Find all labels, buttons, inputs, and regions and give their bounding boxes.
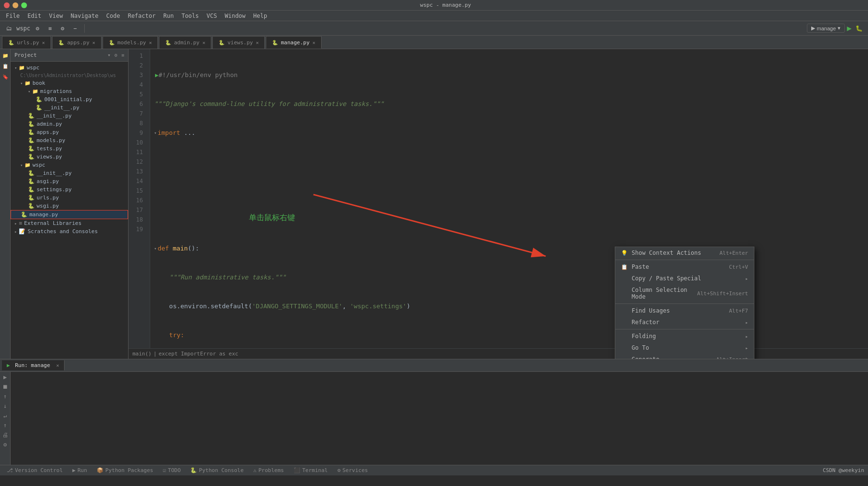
tab-urls-py[interactable]: 🐍 urls.py ✕	[2, 36, 51, 49]
sort-icon[interactable]: ≡	[121, 53, 124, 58]
tab-manage-py[interactable]: 🐍 manage.py ✕	[266, 36, 322, 49]
project-strip-icon[interactable]: 📁	[1, 51, 10, 60]
tree-item-book[interactable]: ▾ 📁 book	[11, 79, 128, 87]
menu-edit[interactable]: Edit	[24, 12, 45, 20]
tab-apps-py[interactable]: 🐍 apps.py ✕	[52, 36, 101, 49]
tree-item-init-mig[interactable]: 🐍 __init__.py	[11, 104, 128, 112]
breadcrumb-main[interactable]: main()	[132, 351, 152, 357]
tree-item-0001[interactable]: 🐍 0001_initial.py	[11, 95, 128, 104]
tab-close-apps[interactable]: ✕	[92, 40, 95, 45]
tab-admin-py[interactable]: 🐍 admin.py ✕	[159, 36, 211, 49]
tree-item-wspc-sub[interactable]: ▾ 📁 wspc	[11, 161, 128, 169]
tree-item-migrations[interactable]: ▾ 📁 migrations	[11, 87, 128, 95]
status-version-control[interactable]: ⎇ Version Control	[4, 467, 65, 473]
ctx-folding[interactable]: Folding ▸	[615, 330, 754, 342]
toolbar-minus-icon[interactable]: −	[70, 23, 80, 34]
ctx-refactor[interactable]: Refactor ▸	[615, 316, 754, 328]
menu-help[interactable]: Help	[249, 12, 271, 20]
ctx-find-usages[interactable]: Find Usages Alt+F7	[615, 305, 754, 316]
tab-models-py[interactable]: 🐍 models.py ✕	[103, 36, 158, 49]
tree-item-models[interactable]: 🐍 models.py	[11, 136, 128, 144]
folder-icon-migrations: 📁	[32, 89, 38, 94]
run-wrap-icon[interactable]: ↵	[3, 412, 7, 419]
tree-item-settings[interactable]: 🐍 settings.py	[11, 185, 128, 194]
status-run[interactable]: ▶ Run	[69, 467, 90, 473]
tab-close-models[interactable]: ✕	[149, 40, 152, 45]
run-config-button[interactable]: ▶ manage ▾	[807, 24, 845, 33]
tree-item-init-book[interactable]: 🐍 __init__.py	[11, 112, 128, 120]
menu-code[interactable]: Code	[103, 12, 124, 20]
tree-item-views[interactable]: 🐍 views.py	[11, 153, 128, 161]
minimize-button[interactable]	[13, 2, 18, 8]
fold-icon-7[interactable]: ▾	[154, 244, 156, 253]
menu-navigate[interactable]: Navigate	[67, 12, 103, 20]
menu-file[interactable]: File	[2, 12, 24, 20]
tree-item-init-wspc[interactable]: 🐍 __init__.py	[11, 169, 128, 177]
fold-icon-3[interactable]: ▾	[154, 128, 156, 138]
status-problems[interactable]: ⚠ Problems	[250, 467, 287, 473]
tree-item-admin[interactable]: 🐍 admin.py	[11, 120, 128, 128]
menu-tools[interactable]: Tools	[178, 12, 203, 20]
settings-icon[interactable]: ⚙	[115, 53, 117, 58]
ctx-goto[interactable]: Go To ▸	[615, 342, 754, 354]
tree-item-manage[interactable]: 🐍 manage.py	[11, 210, 128, 219]
status-terminal[interactable]: ⬛ Terminal	[291, 467, 331, 473]
ctx-copy-paste-special[interactable]: Copy / Paste Special ▸	[615, 273, 754, 284]
menu-run[interactable]: Run	[159, 12, 178, 20]
structure-strip-icon[interactable]: 📋	[1, 62, 10, 70]
problems-label: Problems	[259, 467, 284, 473]
folder-icon-root: 📁	[19, 65, 25, 70]
debug-button[interactable]: 🐛	[854, 23, 864, 34]
breadcrumb-except[interactable]: except ImportError as exc	[158, 351, 238, 357]
toolbar-settings-icon[interactable]: ⚙	[32, 23, 43, 34]
status-services[interactable]: ⚙ Services	[335, 467, 371, 473]
run-print-icon[interactable]: 🖨	[2, 432, 8, 438]
close-button[interactable]	[4, 2, 10, 8]
run-scroll-icon[interactable]: ↑	[3, 422, 7, 429]
ctx-column-mode[interactable]: Column Selection Mode Alt+Shift+Insert	[615, 284, 754, 302]
tree-item-tests[interactable]: 🐍 tests.py	[11, 144, 128, 153]
tree-item-urls[interactable]: 🐍 urls.py	[11, 194, 128, 202]
run-play-icon[interactable]: ▶	[3, 374, 7, 381]
code-content[interactable]: ▶ #!/usr/bin/env python """Django's comm…	[150, 49, 868, 348]
ctx-generate[interactable]: Generate... Alt+Insert	[615, 354, 754, 359]
tree-item-apps[interactable]: 🐍 apps.py	[11, 128, 128, 136]
tree-item-ext-libs[interactable]: ▸ ≡ External Libraries	[11, 219, 128, 227]
maximize-button[interactable]	[21, 2, 27, 8]
tree-label-ext-libs: External Libraries	[24, 220, 81, 226]
toolbar-gear-icon[interactable]: ⚙	[57, 23, 68, 34]
todo-icon: ☑	[163, 467, 166, 473]
status-todo[interactable]: ☑ TODO	[160, 467, 183, 473]
tab-close-admin[interactable]: ✕	[202, 40, 205, 45]
run-down-icon[interactable]: ↓	[3, 403, 7, 409]
line-num-5: 5	[129, 90, 146, 99]
bottom-tab-run[interactable]: ▶ Run: manage ✕	[2, 360, 65, 370]
bookmark-strip-icon[interactable]: 🔖	[1, 72, 10, 81]
project-dropdown-icon[interactable]: ▾	[107, 52, 111, 58]
menu-view[interactable]: View	[45, 12, 67, 20]
menu-refactor[interactable]: Refactor	[124, 12, 159, 20]
tab-close-manage[interactable]: ✕	[312, 40, 315, 45]
status-python-packages[interactable]: 📦 Python Packages	[94, 467, 156, 473]
ctx-show-context-actions[interactable]: 💡 Show Context Actions Alt+Enter	[615, 247, 754, 259]
ctx-paste[interactable]: 📋 Paste Ctrl+V	[615, 261, 754, 273]
run-settings-icon[interactable]: ⚙	[3, 441, 7, 448]
menu-window[interactable]: Window	[221, 12, 249, 20]
run-stop-icon[interactable]: ⏹	[2, 383, 8, 390]
ctx-arrow-refactor: ▸	[745, 320, 748, 325]
tab-views-py[interactable]: 🐍 views.py ✕	[212, 36, 265, 49]
tree-item-scratches[interactable]: ▸ 📝 Scratches and Consoles	[11, 227, 128, 236]
tab-close-views[interactable]: ✕	[256, 40, 259, 45]
tree-item-wsgi[interactable]: 🐍 wsgi.py	[11, 202, 128, 210]
run-config-dropdown[interactable]: ▾	[838, 25, 841, 31]
status-python-console[interactable]: 🐍 Python Console	[187, 467, 246, 473]
run-play-button[interactable]: ▶	[847, 24, 852, 33]
tab-close-urls[interactable]: ✕	[42, 40, 45, 45]
run-up-icon[interactable]: ↑	[3, 393, 7, 400]
tree-item-root[interactable]: ▾ 📁 wspc	[11, 64, 128, 72]
tree-item-asgi[interactable]: 🐍 asgi.py	[11, 177, 128, 185]
bottom-tab-run-close[interactable]: ✕	[56, 363, 59, 368]
title-bar-controls[interactable]	[4, 2, 27, 8]
menu-vcs[interactable]: VCS	[203, 12, 221, 20]
toolbar-sort-icon[interactable]: ≡	[45, 23, 55, 34]
